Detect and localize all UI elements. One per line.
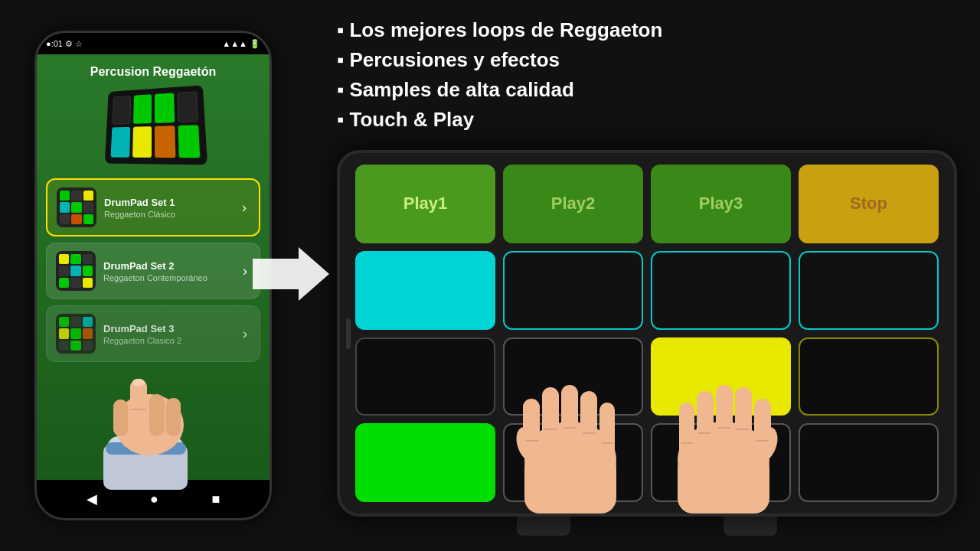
item-subtitle: Reggaeton Clásico bbox=[104, 210, 234, 219]
pad-cyan[interactable] bbox=[355, 251, 495, 330]
left-section: ●:01 ⚙ ☆ ▲▲▲ 🔋 Percusion Reggaetón bbox=[0, 0, 306, 551]
dm-pad bbox=[113, 96, 131, 125]
feature-item-3: Samples de alta calidad bbox=[337, 75, 957, 105]
svg-marker-10 bbox=[253, 247, 329, 301]
dm-pad bbox=[155, 126, 175, 158]
pad-dark-8[interactable] bbox=[799, 423, 939, 502]
pad-dark-3[interactable] bbox=[799, 251, 939, 330]
tablet-stand bbox=[337, 517, 957, 536]
status-time: ●:01 ⚙ ☆ bbox=[46, 39, 83, 49]
nav-recent-btn[interactable]: ■ bbox=[211, 491, 220, 507]
list-item[interactable]: DrumPad Set 2 Reggaeton Contemporáneo › bbox=[46, 243, 260, 299]
dm-pad bbox=[132, 126, 152, 158]
phone-content: Percusion Reggaetón bbox=[37, 54, 270, 480]
pad-dark-5[interactable] bbox=[503, 337, 643, 416]
pad-stop[interactable]: Stop bbox=[799, 165, 939, 243]
dm-pad bbox=[178, 125, 200, 158]
item-text: DrumPad Set 2 Reggaeton Contemporáneo bbox=[103, 260, 235, 282]
item-thumb bbox=[57, 187, 96, 227]
pad-play2[interactable]: Play2 bbox=[503, 165, 643, 243]
phone-status-bar: ●:01 ⚙ ☆ ▲▲▲ 🔋 bbox=[37, 33, 270, 54]
nav-back-btn[interactable]: ◀ bbox=[87, 491, 97, 507]
item-thumb bbox=[56, 314, 96, 354]
arrow-right bbox=[253, 247, 329, 304]
feature-item-1: Los mejores loops de Reggaeton bbox=[337, 15, 957, 45]
dm-pad bbox=[111, 127, 130, 158]
phone-frame: ●:01 ⚙ ☆ ▲▲▲ 🔋 Percusion Reggaetón bbox=[34, 31, 272, 520]
item-arrow: › bbox=[243, 263, 247, 279]
tablet-notch bbox=[346, 318, 351, 349]
pad-dark-7[interactable] bbox=[651, 423, 791, 502]
pad-play1[interactable]: Play1 bbox=[355, 165, 495, 243]
item-name: DrumPad Set 3 bbox=[103, 323, 235, 334]
item-name: DrumPad Set 1 bbox=[104, 197, 234, 208]
phone-nav-bar: ◀ ● ■ bbox=[37, 480, 270, 518]
dm-pad bbox=[133, 94, 152, 124]
item-arrow: › bbox=[242, 200, 247, 216]
app-logo bbox=[103, 86, 203, 171]
feature-item-4: Touch & Play bbox=[337, 105, 957, 135]
stand-leg-left bbox=[517, 517, 570, 536]
pad-row-4 bbox=[355, 423, 939, 502]
item-thumb bbox=[56, 251, 96, 291]
pad-dark-2[interactable] bbox=[651, 251, 791, 330]
pad-row-2 bbox=[355, 251, 939, 330]
item-subtitle: Reggaeton Contemporáneo bbox=[103, 273, 235, 282]
drum-set-list: DrumPad Set 1 Reggaeton Clásico › bbox=[37, 178, 270, 362]
item-arrow: › bbox=[243, 326, 247, 342]
list-item[interactable]: DrumPad Set 1 Reggaeton Clásico › bbox=[46, 178, 260, 236]
list-item[interactable]: DrumPad Set 3 Reggaeton Clasico 2 › bbox=[46, 305, 260, 362]
item-text: DrumPad Set 3 Reggaeton Clasico 2 bbox=[103, 323, 235, 345]
dm-pad bbox=[155, 93, 175, 123]
pad-row-3 bbox=[355, 337, 939, 416]
pad-row-1: Play1 Play2 Play3 Stop bbox=[355, 165, 939, 243]
dm-pad bbox=[177, 91, 198, 122]
item-name: DrumPad Set 2 bbox=[103, 260, 235, 272]
item-text: DrumPad Set 1 Reggaeton Clásico bbox=[104, 197, 234, 219]
pad-yellow[interactable] bbox=[651, 337, 791, 416]
pad-dark-4[interactable] bbox=[355, 337, 495, 416]
nav-home-btn[interactable]: ● bbox=[150, 491, 158, 507]
pad-dark-1[interactable] bbox=[503, 251, 643, 330]
pad-dark-6[interactable] bbox=[503, 423, 643, 502]
tablet-frame: Play1 Play2 Play3 Stop bbox=[337, 150, 957, 517]
item-subtitle: Reggaeton Clasico 2 bbox=[103, 336, 235, 345]
pad-bright-green[interactable] bbox=[355, 423, 495, 502]
right-section: Los mejores loops de Reggaeton Percusion… bbox=[306, 0, 980, 551]
pad-play3[interactable]: Play3 bbox=[651, 165, 791, 243]
app-title: Percusion Reggaetón bbox=[90, 65, 216, 79]
pad-dark-yellow[interactable] bbox=[799, 337, 939, 416]
feature-item-2: Percusiones y efectos bbox=[337, 45, 957, 75]
feature-list: Los mejores loops de Reggaeton Percusion… bbox=[337, 15, 957, 135]
stand-leg-right bbox=[724, 517, 777, 536]
status-signal: ▲▲▲ 🔋 bbox=[222, 39, 260, 49]
drum-machine-logo bbox=[105, 85, 207, 165]
